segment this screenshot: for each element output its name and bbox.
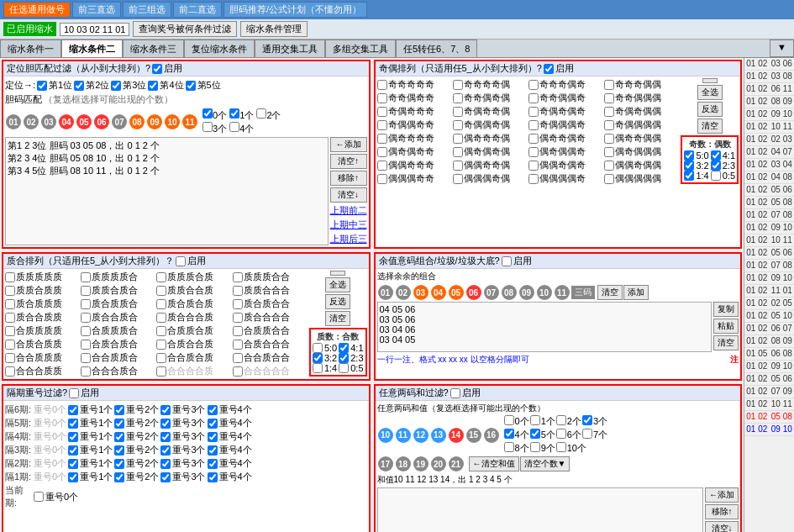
ball-06[interactable]: 06 [94,114,109,129]
p4-cb3[interactable] [160,432,171,442]
sum-ball-12[interactable]: 12 [413,428,429,443]
p6-cb2[interactable] [114,405,124,415]
sum-cnt7-cb[interactable] [582,429,592,439]
p6-cb4[interactable] [208,405,218,415]
sum-cnt4-cb[interactable] [504,429,514,439]
count2-cb[interactable] [256,108,266,119]
ball-01[interactable]: 01 [6,114,21,129]
rem-sanma-btn[interactable]: 三码 [571,286,595,299]
p3-cb4[interactable] [208,445,218,456]
sum-clearcount-btn[interactable]: 清空个数▼ [520,456,571,471]
tab-recommend[interactable]: 胆码推荐/公式计划（不懂勿用） [223,2,367,18]
sum-ball-17[interactable]: 17 [378,456,393,471]
add-btn[interactable]: ←添加 [330,137,367,152]
sum-ball-18[interactable]: 18 [396,456,411,471]
p1-cb3[interactable] [160,472,171,482]
p5-cb4[interactable] [208,419,218,429]
rem-ball-07[interactable]: 07 [484,285,499,300]
sum-cnt0-cb[interactable] [504,415,514,425]
remainder-enable-cb[interactable] [502,256,512,266]
ball-03[interactable]: 03 [41,114,56,129]
rem-ball-01[interactable]: 01 [378,285,393,300]
ball-11[interactable]: 11 [182,114,197,129]
p2-cb4[interactable] [208,459,218,469]
move-btn[interactable]: 移除↑ [330,171,367,186]
p3-cb2[interactable] [114,445,124,456]
sum-cnt5-cb[interactable] [530,429,540,439]
ball-02[interactable]: 02 [24,114,39,129]
oe-invert-btn[interactable]: 反选 [697,102,723,117]
rem-add-btn[interactable]: 添加 [623,285,649,300]
tab-prev2direct[interactable]: 前二直选 [173,2,222,18]
p1-cb4[interactable] [208,472,218,482]
quality-enable-cb[interactable] [176,256,186,266]
rem-ball-06[interactable]: 06 [466,285,481,300]
rem-clearinput-btn[interactable]: 清空 [713,335,739,350]
tab-multigroup[interactable]: 多组交集工具 [325,40,396,57]
rem-ball-04[interactable]: 04 [431,285,446,300]
pos-enable-checkbox[interactable] [152,64,162,74]
manage-btn[interactable]: 缩水条件管理 [240,21,308,37]
prev2-link[interactable]: 上期前二 [330,204,367,217]
tab-condition2[interactable]: 缩水条件二 [61,40,123,57]
tab-prev3direct[interactable]: 前三直选 [72,2,121,18]
p5-cb2[interactable] [114,419,124,429]
sum-enable-cb[interactable] [450,388,460,398]
rem-clear-btn[interactable]: 清空 [597,285,623,300]
sum-ball-19[interactable]: 19 [413,456,429,471]
sum-clear-btn[interactable]: 清空↓ [705,521,739,532]
oe-clear-btn[interactable]: 清空 [697,119,723,134]
p4-cb1[interactable] [68,432,78,442]
sum-ball-11[interactable]: 11 [396,428,411,443]
rem-ball-02[interactable]: 02 [396,285,411,300]
q-invert-btn[interactable]: 反选 [325,294,350,309]
tab-condition3[interactable]: 缩水条件三 [123,40,184,57]
prev-end-link[interactable]: 上期后三 [330,233,367,245]
sum-cnt3-cb[interactable] [582,415,592,425]
ball-07[interactable]: 07 [112,114,127,129]
count0-cb[interactable] [202,108,213,119]
pos4-cb[interactable] [148,81,158,91]
pos1-cb[interactable] [37,81,47,91]
sum-ball-14[interactable]: 14 [449,428,464,443]
rem-ball-03[interactable]: 03 [413,285,429,300]
p1-cb2[interactable] [114,472,124,482]
sum-move-btn[interactable]: 移除↑ [705,504,739,519]
ball-05[interactable]: 05 [76,114,92,129]
p6-cb1[interactable] [68,405,78,415]
query-btn[interactable]: 查询奖号被何条件过滤 [133,21,237,37]
ball-09[interactable]: 09 [147,114,162,129]
q-filter-btn[interactable]: 过滤排列 [330,271,345,276]
sum-cnt10-cb[interactable] [556,442,566,452]
tab-condition1[interactable]: 缩水条件一 [0,40,61,57]
rem-ball-09[interactable]: 09 [519,285,534,300]
p3-cb3[interactable] [160,445,171,456]
sum-clearsum-btn[interactable]: ←清空和值 [469,456,519,471]
sum-cnt2-cb[interactable] [556,415,566,425]
sum-ball-15[interactable]: 15 [466,428,481,443]
p6-cb3[interactable] [160,405,171,415]
tab-convert[interactable]: 任5转任6、7、8 [396,40,477,57]
ball-04[interactable]: 04 [59,114,74,129]
oe-selectall-btn[interactable]: 全选 [697,85,723,100]
p5-cb1[interactable] [68,419,78,429]
p4-cb4[interactable] [208,432,218,442]
sum-ball-21[interactable]: 21 [449,456,464,471]
count4-cb[interactable] [229,122,239,132]
sum-cnt6-cb[interactable] [556,429,566,439]
pos2-cb[interactable] [74,81,84,91]
tab-reset[interactable]: 复位缩水条件 [184,40,255,57]
ball-08[interactable]: 08 [129,114,145,129]
count3-cb[interactable] [202,122,213,132]
rem-ball-10[interactable]: 10 [537,285,552,300]
tab-intersection[interactable]: 通用交集工具 [255,40,325,57]
p2-cb1[interactable] [68,459,78,469]
p5-cb3[interactable] [160,419,171,429]
p2-cb2[interactable] [114,459,124,469]
count1-cb[interactable] [229,108,239,119]
rem-ball-05[interactable]: 05 [449,285,464,300]
p2-cb3[interactable] [160,459,171,469]
sum-cnt9-cb[interactable] [530,442,540,452]
ball-10[interactable]: 10 [165,114,180,129]
period-enable-cb[interactable] [69,388,79,398]
